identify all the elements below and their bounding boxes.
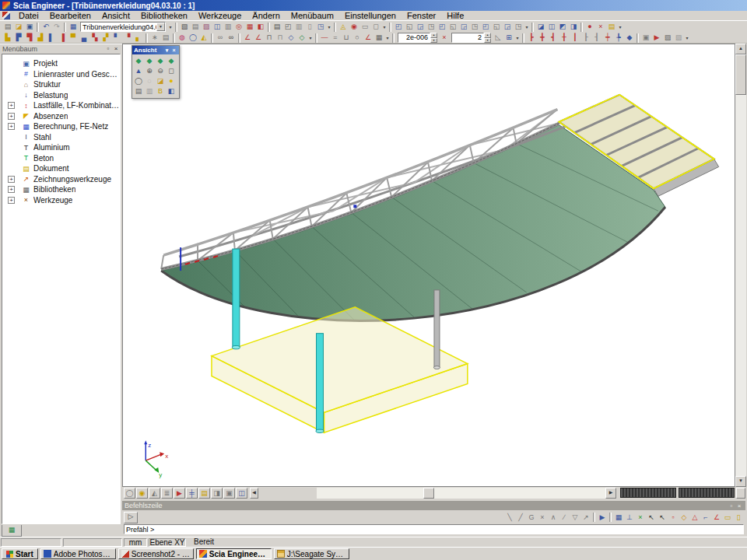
info-icon[interactable]: ◻ <box>370 22 381 32</box>
fast-redraw-icon[interactable]: ◫ <box>236 488 247 499</box>
cross-section-5-icon[interactable]: ▌ <box>46 33 57 43</box>
sidebar-item-lastfaelle[interactable]: +↕Lastfälle, LF-Kombinationen <box>2 100 120 111</box>
walk-mode-icon[interactable]: ◭ <box>198 33 209 43</box>
chevron-down-icon[interactable]: ▾ <box>163 47 170 54</box>
section-box-icon[interactable]: B <box>155 86 166 96</box>
render-settings-icon[interactable]: ◧ <box>166 86 177 96</box>
toolbar-overflow-icon[interactable]: ▾ <box>617 24 623 30</box>
cross-section-4-icon[interactable]: ▟ <box>35 33 46 43</box>
open-view-icon[interactable]: ◪ <box>155 76 166 86</box>
toolbar-overflow-icon[interactable]: ▾ <box>524 24 530 30</box>
cross-section-12-icon[interactable]: ▝ <box>122 33 133 43</box>
view-palette-titlebar[interactable]: Ansicht ▾ × <box>132 46 179 54</box>
beam-end-icon[interactable]: ┫ <box>548 33 559 43</box>
window-layout-7-icon[interactable]: ◲ <box>458 22 469 32</box>
window-layout-5-icon[interactable]: ◰ <box>437 22 447 32</box>
scroll-right-icon[interactable]: ▶ <box>605 488 616 499</box>
beam-cross-icon[interactable]: ╋ <box>537 33 548 43</box>
window-layout-11-icon[interactable]: ◲ <box>502 22 513 32</box>
copy-view-icon[interactable]: ▥ <box>144 86 155 96</box>
clipboard-icon[interactable]: ▥ <box>223 22 233 32</box>
menu-ansicht[interactable]: Ansicht <box>96 11 135 21</box>
window-layout-9-icon[interactable]: ◰ <box>480 22 491 32</box>
task-photoshop[interactable]: Adobe Photoshop CS3 E... <box>40 548 116 559</box>
toolbar-overflow-icon[interactable]: ▾ <box>307 35 314 40</box>
undo-icon[interactable]: ↶ <box>40 22 51 32</box>
vertical-scrollbar[interactable]: ▲ ▼ <box>735 44 746 487</box>
show-supports-icon[interactable]: ╪ <box>186 488 198 499</box>
new-window-icon[interactable]: ◪ <box>535 22 546 32</box>
pin-icon[interactable]: ▫ <box>104 45 112 52</box>
navigate-icon[interactable]: ▲ <box>133 66 144 76</box>
sidebar-item-absenzen[interactable]: +◤Absenzen <box>2 111 120 122</box>
expand-icon[interactable]: + <box>8 186 15 193</box>
snap-arc-icon[interactable]: ↗ <box>580 513 591 523</box>
print-preview-icon[interactable]: ◰ <box>282 22 293 32</box>
find-icon[interactable]: ◉ <box>349 22 359 32</box>
print-view-icon[interactable]: ▤ <box>133 86 144 96</box>
count-spinner[interactable]: 2 ▴▾ <box>451 33 491 43</box>
view-side-icon[interactable]: ◆ <box>155 56 166 66</box>
snap-center-icon[interactable]: G <box>526 513 537 523</box>
angle-icon[interactable]: ∠ <box>363 33 374 43</box>
close-icon[interactable]: × <box>112 45 120 52</box>
move-icon[interactable]: ⊓ <box>275 33 286 43</box>
menu-tree-header[interactable]: Menübaum ▫ × <box>0 44 122 53</box>
redo-icon[interactable]: ↷ <box>51 22 62 32</box>
toolbar-overflow-icon[interactable]: ▾ <box>384 35 391 40</box>
command-panel-header[interactable]: Befehlszeile ▫ × <box>122 501 745 510</box>
polyline-icon[interactable]: ⊔ <box>341 33 352 43</box>
sidebar-item-stahl[interactable]: IStahl <box>2 132 120 143</box>
close-icon[interactable]: × <box>170 47 177 53</box>
combo-dropdown-icon[interactable]: ▼ <box>156 23 165 31</box>
picture-icon[interactable]: ▨ <box>201 22 212 32</box>
circle-icon[interactable]: ○ <box>352 33 363 43</box>
window-layout-3-icon[interactable]: ◲ <box>415 22 426 32</box>
sidebar-item-projekt[interactable]: ▣Projekt <box>2 58 120 69</box>
select-corner-icon[interactable]: ⌐ <box>700 513 711 523</box>
snap-ortho-icon[interactable]: ⊥ <box>624 513 635 523</box>
sidebar-item-dokument[interactable]: ▤Dokument <box>2 163 120 174</box>
document-system-icon[interactable] <box>2 12 10 19</box>
zoom-previous-icon[interactable]: ◌ <box>144 76 155 86</box>
calculator-icon[interactable]: ◬ <box>338 22 349 32</box>
cross-section-2-icon[interactable]: ▛ <box>13 33 24 43</box>
new-project-icon[interactable]: ▤ <box>2 22 13 32</box>
raster-icon[interactable]: ▦ <box>374 33 384 43</box>
rendered-mode-icon[interactable]: ◉ <box>136 488 148 499</box>
column-cyan-2[interactable] <box>316 334 324 433</box>
hatch-a-icon[interactable]: ▨ <box>662 33 673 43</box>
cross-section-3-icon[interactable]: ▜ <box>24 33 35 43</box>
light-icon[interactable]: ● <box>166 76 177 86</box>
ruler-icon[interactable]: ▭ <box>359 22 370 32</box>
show-names-icon[interactable]: ▣ <box>223 488 235 499</box>
beam-vert-icon[interactable]: ┃ <box>570 33 580 43</box>
zoom-out-icon[interactable]: ⊖ <box>155 66 166 76</box>
table-icon[interactable]: ▦ <box>244 22 255 32</box>
layers-icon[interactable]: ▧ <box>179 22 190 32</box>
cascade-windows-icon[interactable]: ◫ <box>546 22 557 32</box>
expand-icon[interactable]: + <box>8 197 15 204</box>
menu-einstellungen[interactable]: Einstellungen <box>339 11 402 21</box>
expand-icon[interactable]: + <box>8 113 15 120</box>
scale-icon[interactable]: ◇ <box>296 33 307 43</box>
window-layout-2-icon[interactable]: ◱ <box>404 22 415 32</box>
task-explorer[interactable]: J:\Seagate Sync\SyncRe... <box>274 548 349 559</box>
notes-icon[interactable]: ▤ <box>606 22 617 32</box>
extend-icon[interactable]: ∠ <box>253 33 264 43</box>
select-slope-icon[interactable]: ∠ <box>711 513 722 523</box>
add-node-icon[interactable]: ⊞ <box>503 33 514 43</box>
print-line-icon[interactable]: ▤ <box>160 33 171 43</box>
window-layout-4-icon[interactable]: ◳ <box>426 22 437 32</box>
beam-grid-icon[interactable]: ┿ <box>602 33 613 43</box>
menu-bearbeiten[interactable]: Bearbeiten <box>44 11 96 21</box>
snap-star-icon[interactable]: ∗ <box>149 33 160 43</box>
sidebar-item-werkzeuge[interactable]: +×Werkzeuge <box>2 195 120 206</box>
cross-section-13-icon[interactable]: ▖ <box>133 33 144 43</box>
cursor-tool-icon[interactable]: ▷ <box>124 512 138 523</box>
beam-insert-icon[interactable]: ┣ <box>526 33 537 43</box>
zoom-box-icon[interactable]: ◻ <box>166 66 177 76</box>
grip-bar-2[interactable] <box>679 488 735 498</box>
cross-section-6-icon[interactable]: ▐ <box>57 33 68 43</box>
snap-grid-icon[interactable]: ▦ <box>613 513 624 523</box>
